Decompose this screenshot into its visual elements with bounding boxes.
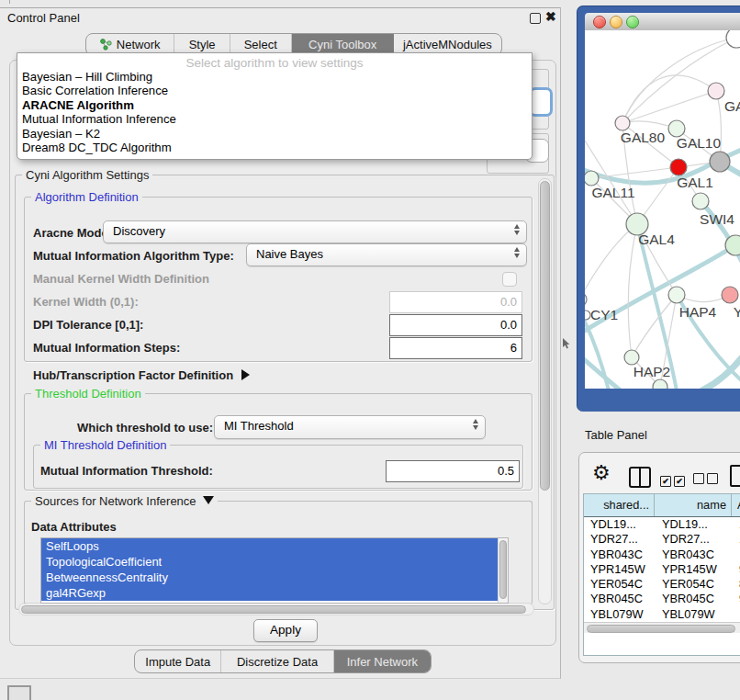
- network-node-hap2[interactable]: [624, 350, 639, 365]
- table-cell[interactable]: 9.: [734, 562, 740, 577]
- network-node-gcy1[interactable]: [585, 292, 587, 307]
- settings-horizontal-scrollbar[interactable]: [18, 603, 534, 615]
- table-cell[interactable]: YBR043C: [584, 548, 656, 562]
- algorithm-option-aracne-algorithm[interactable]: ARACNE Algorithm: [17, 98, 532, 112]
- table-cell[interactable]: YBR045C: [584, 592, 656, 606]
- network-node-y[interactable]: [722, 287, 738, 303]
- table-row[interactable]: YER054CYER054C8.: [584, 577, 740, 592]
- table-cell[interactable]: YDR27...: [656, 532, 734, 547]
- attribute-item-topologicalcoefficient[interactable]: TopologicalCoefficient: [41, 554, 499, 570]
- table-row[interactable]: YBR043CYBR043C: [584, 548, 740, 562]
- network-canvas[interactable]: GALGAL80GAL10GAL1GAL11SWI4GAL4GCY1HAP4YH…: [585, 30, 740, 389]
- table-row[interactable]: YBR045CYBR045C9.: [584, 592, 740, 606]
- table-cell[interactable]: 8.: [734, 577, 740, 592]
- mi-threshold-field[interactable]: 0.5: [386, 460, 520, 482]
- attribute-item-betweennesscentrality[interactable]: BetweennessCentrality: [41, 570, 499, 585]
- network-edge[interactable]: [622, 38, 736, 123]
- mi-algorithm-type-select[interactable]: Naive Bayes: [246, 243, 527, 266]
- tab-impute-data[interactable]: Impute Data: [135, 650, 221, 672]
- zoom-window-icon[interactable]: [626, 16, 639, 28]
- float-panel-icon[interactable]: [530, 13, 541, 24]
- table-cell[interactable]: YBR043C: [656, 548, 734, 562]
- algorithm-option-bayesian-hill-climbing[interactable]: Bayesian – Hill Climbing: [17, 70, 532, 84]
- close-panel-icon[interactable]: ✖: [545, 9, 556, 24]
- column-header-shared-name[interactable]: shared...: [584, 494, 655, 516]
- export-table-icon[interactable]: [730, 465, 740, 487]
- network-edge[interactable]: [622, 38, 736, 123]
- mi-steps-field[interactable]: 6: [389, 337, 522, 359]
- network-edge[interactable]: [622, 91, 716, 123]
- dpi-tolerance-label: DPI Tolerance [0,1]:: [33, 318, 143, 332]
- algorithm-option-bayesian-k2[interactable]: Bayesian – K2: [17, 127, 532, 141]
- tab-infer-network[interactable]: Infer Network: [334, 650, 431, 672]
- tab-discretize-data[interactable]: Discretize Data: [221, 650, 333, 672]
- network-node-gal80[interactable]: [615, 116, 630, 130]
- minimized-panel-box[interactable]: [7, 685, 31, 700]
- table-row[interactable]: YDL19...YDL19...13: [584, 517, 740, 532]
- sources-title-row[interactable]: Sources for Network Inference: [31, 494, 218, 508]
- network-node[interactable]: [585, 310, 590, 320]
- algorithm-option-basic-correlation-inference[interactable]: Basic Correlation Inference: [17, 84, 532, 97]
- deselect-all-columns-icon[interactable]: [693, 471, 721, 488]
- table-row[interactable]: YDR27...YDR27...12: [584, 532, 740, 547]
- table-scrollbar-thumb[interactable]: [587, 625, 735, 633]
- network-node[interactable]: [725, 235, 740, 255]
- table-cell[interactable]: YBL079W: [656, 607, 734, 622]
- settings-vertical-scrollbar-thumb[interactable]: [540, 181, 550, 491]
- aracne-mode-select[interactable]: Discovery: [103, 220, 527, 243]
- algorithm-option-dream8-dc-tdc-algorithm[interactable]: Dream8 DC_TDC Algorithm: [17, 141, 532, 154]
- table-row[interactable]: YBL079WYBL079W: [584, 607, 740, 622]
- tab-label: Cyni Toolbox: [308, 38, 376, 51]
- table-cell[interactable]: [734, 548, 740, 562]
- split-columns-icon[interactable]: [629, 467, 651, 488]
- table-cell[interactable]: YBR045C: [656, 592, 734, 606]
- column-header-partial[interactable]: A: [732, 494, 740, 516]
- table-cell[interactable]: YDR27...: [584, 532, 656, 547]
- network-node-swi4[interactable]: [692, 193, 709, 209]
- table-cell[interactable]: 13: [734, 517, 740, 532]
- which-threshold-select[interactable]: MI Threshold: [214, 415, 486, 439]
- column-header-name[interactable]: name: [655, 494, 732, 516]
- table-cell[interactable]: YER054C: [656, 577, 734, 592]
- network-node-label: GAL11: [591, 185, 634, 200]
- table-cell[interactable]: YDL19...: [656, 517, 734, 532]
- attributes-list-scrollbar[interactable]: [498, 538, 508, 603]
- table-cell[interactable]: YER054C: [584, 577, 656, 592]
- network-node[interactable]: [710, 152, 730, 172]
- minimize-window-icon[interactable]: [610, 16, 622, 28]
- table-horizontal-scrollbar[interactable]: [584, 622, 740, 633]
- table-cell[interactable]: 12: [734, 532, 740, 547]
- network-node-hap4[interactable]: [668, 287, 685, 303]
- manual-kernel-width-checkbox[interactable]: [502, 272, 517, 287]
- settings-horizontal-scrollbar-thumb[interactable]: [21, 605, 526, 614]
- table-row[interactable]: YPR145WYPR145W9.: [584, 562, 740, 577]
- network-node[interactable]: [726, 30, 740, 48]
- hub-definition-toggle[interactable]: Hub/Transcription Factor Definition: [33, 367, 250, 383]
- network-node-gal[interactable]: [708, 83, 724, 99]
- close-window-icon[interactable]: [593, 16, 606, 28]
- attribute-item-gal4rgexp[interactable]: gal4RGexp: [41, 585, 499, 601]
- network-edge[interactable]: [632, 295, 677, 357]
- network-edge[interactable]: [585, 224, 637, 299]
- network-window-titlebar[interactable]: [585, 13, 740, 31]
- attribute-item-selfloops[interactable]: SelfLoops: [41, 538, 499, 554]
- select-all-columns-icon[interactable]: ✔✔: [660, 471, 688, 488]
- dpi-tolerance-field[interactable]: 0.0: [389, 314, 522, 336]
- network-edge[interactable]: [628, 224, 637, 357]
- table-cell[interactable]: YPR145W: [584, 562, 656, 577]
- attributes-scrollbar-thumb[interactable]: [499, 540, 507, 599]
- network-node-gal1[interactable]: [670, 159, 687, 175]
- kernel-width-field[interactable]: 0.0: [389, 291, 522, 313]
- apply-button[interactable]: Apply: [253, 619, 318, 642]
- gear-icon[interactable]: ⚙: [592, 461, 611, 484]
- settings-vertical-scrollbar[interactable]: [538, 178, 552, 604]
- data-attributes-list[interactable]: SelfLoopsTopologicalCoefficientBetweenne…: [40, 537, 509, 604]
- table-cell[interactable]: 9.: [734, 592, 740, 606]
- algorithm-option-mutual-information-inference[interactable]: Mutual Information Inference: [17, 112, 532, 126]
- table-cell[interactable]: YPR145W: [656, 562, 734, 577]
- table-cell[interactable]: [734, 607, 740, 622]
- network-node-gal11[interactable]: [585, 171, 599, 186]
- network-node[interactable]: [653, 379, 667, 389]
- table-cell[interactable]: YDL19...: [584, 517, 656, 532]
- table-cell[interactable]: YBL079W: [584, 607, 656, 622]
